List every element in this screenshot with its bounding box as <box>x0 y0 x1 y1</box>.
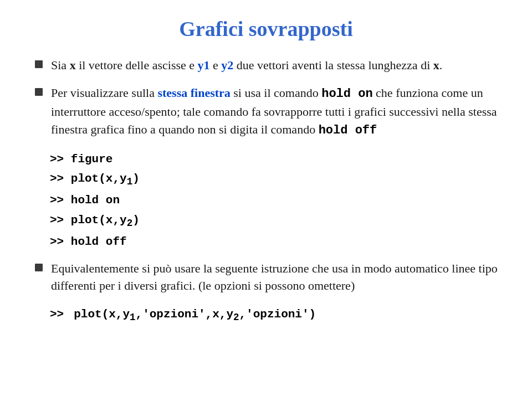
bullet-icon-2 <box>33 86 45 97</box>
bullet-2: Per visualizzare sulla stessa finestra s… <box>33 84 499 140</box>
page-title: Grafici sovrapposti <box>33 17 499 41</box>
bullet-3-text: Equivalentemente si può usare la seguent… <box>51 260 499 295</box>
code-line-5: >> hold off <box>50 232 499 252</box>
code-line-1: >> figure <box>50 150 499 169</box>
svg-rect-1 <box>35 88 43 96</box>
bullet-icon-1 <box>33 59 45 70</box>
bottom-code-content: plot(x,y1,'opzioni',x,y2,'opzioni') <box>74 305 316 326</box>
bottom-code-line: >> plot(x,y1,'opzioni',x,y2,'opzioni') <box>50 305 499 326</box>
bottom-code-prompt: >> <box>50 305 64 325</box>
bullet-3: Equivalentemente si può usare la seguent… <box>33 260 499 295</box>
code-line-2: >> plot(x,y1) <box>50 169 499 191</box>
bullet-2-text: Per visualizzare sulla stessa finestra s… <box>51 84 499 140</box>
bullet-1-text: Sia x il vettore delle ascisse e y1 e y2… <box>51 56 442 74</box>
bullet-icon-3 <box>33 262 45 273</box>
svg-rect-2 <box>35 264 43 271</box>
code-block: >> figure >> plot(x,y1) >> hold on >> pl… <box>50 150 499 252</box>
code-line-4: >> plot(x,y2) <box>50 210 499 232</box>
svg-rect-0 <box>35 60 43 68</box>
code-line-3: >> hold on <box>50 191 499 210</box>
bullet-1: Sia x il vettore delle ascisse e y1 e y2… <box>33 56 499 74</box>
